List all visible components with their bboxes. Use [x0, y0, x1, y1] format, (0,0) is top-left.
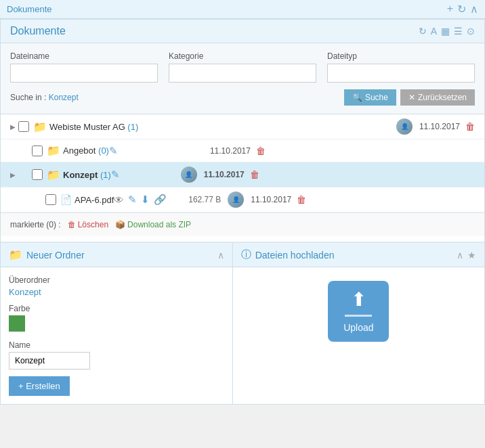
link-icon[interactable]: 🔗 — [154, 194, 167, 206]
top-bar-actions: + ↻ ∧ — [447, 3, 478, 16]
refresh-icon[interactable]: ↻ — [457, 3, 466, 16]
download-zip-button[interactable]: 📦 Download als ZIP — [115, 220, 191, 229]
kategorie-input[interactable] — [169, 64, 316, 83]
filter-row: Dateiname Kategorie Dateityp — [10, 51, 475, 83]
refresh-header-icon[interactable]: ↻ — [419, 26, 427, 37]
upload-label: Upload — [343, 322, 373, 333]
color-swatch[interactable] — [9, 315, 25, 332]
row-checkbox[interactable] — [18, 121, 29, 132]
upload-panel: ⓘ Dateien hochladen ∧ ★ ⬆ Upload — [233, 243, 484, 404]
create-button[interactable]: + Erstellen — [9, 376, 70, 396]
add-icon[interactable]: + — [447, 3, 453, 16]
upload-button[interactable]: ⬆ Upload — [328, 281, 389, 342]
reset-button[interactable]: ✕ Zurücksetzen — [400, 89, 475, 106]
avatar: 👤 — [181, 166, 197, 183]
edit-icon[interactable]: ✎ — [128, 194, 137, 206]
panel-header-left: 📁 Neuer Ordner — [9, 248, 85, 261]
new-folder-body: Überordner Konzept Farbe Name + Erstelle… — [1, 267, 232, 404]
grid-icon[interactable]: ▦ — [441, 26, 450, 37]
row-date: 11.10.2017 — [197, 170, 245, 179]
text-icon[interactable]: A — [431, 26, 437, 37]
top-bar-title: Dokumente — [7, 4, 51, 14]
zip-icon: 📦 — [115, 220, 125, 229]
name-input[interactable] — [9, 352, 90, 369]
dateiname-input[interactable] — [10, 64, 158, 83]
times-icon: ✕ — [408, 93, 415, 102]
upload-star-icon[interactable]: ★ — [467, 250, 476, 261]
new-folder-title: Neuer Ordner — [26, 250, 85, 261]
upload-title: Dateien hochladen — [255, 250, 335, 261]
new-folder-panel: 📁 Neuer Ordner ∧ Überordner Konzept Farb… — [1, 243, 233, 404]
bottom-panels: 📁 Neuer Ordner ∧ Überordner Konzept Farb… — [1, 242, 484, 404]
delete-selected-button[interactable]: 🗑 Löschen — [68, 220, 108, 229]
info-icon: ⓘ — [241, 248, 251, 261]
row-checkbox[interactable] — [32, 169, 43, 180]
expand-icon[interactable]: ▶ — [10, 123, 16, 131]
folder-icon: 📁 — [47, 144, 60, 157]
delete-icon[interactable]: 🗑 — [256, 145, 266, 156]
pdf-icon: 📄 — [60, 194, 72, 205]
new-folder-header: 📁 Neuer Ordner ∧ — [1, 243, 232, 267]
row-actions: ✎ — [111, 169, 120, 181]
dateiname-label: Dateiname — [10, 51, 158, 61]
folder-icon: 📁 — [33, 120, 47, 133]
list-icon[interactable]: ☰ — [454, 26, 463, 37]
uberordner-group: Überordner Konzept — [9, 275, 224, 297]
row-name: Webiste Muster AG (1) — [49, 122, 335, 132]
panel-header-icons: ∧ — [217, 250, 224, 261]
filter-footer: Suche in : Konzept 🔍 Suche ✕ Zurücksetze… — [10, 89, 475, 106]
collapse-icon[interactable]: ∧ — [470, 3, 478, 16]
dateityp-input[interactable] — [327, 64, 475, 83]
edit-icon[interactable]: ✎ — [109, 145, 118, 157]
delete-icon[interactable]: 🗑 — [297, 194, 306, 205]
up-icon[interactable]: ∧ — [217, 250, 224, 261]
dateityp-label: Dateityp — [327, 51, 475, 61]
download-icon[interactable]: ⬇ — [141, 194, 150, 206]
expand-icon[interactable]: ▶ — [10, 171, 16, 179]
upload-dash — [345, 315, 372, 317]
kategorie-group: Kategorie — [169, 51, 316, 83]
upload-header: ⓘ Dateien hochladen ∧ ★ — [233, 243, 484, 267]
farbe-group: Farbe — [9, 304, 224, 334]
section-header-icons: ↻ A ▦ ☰ ⊙ — [419, 26, 475, 37]
trash-icon: 🗑 — [68, 220, 76, 229]
folder-icon-header: 📁 — [9, 248, 22, 261]
row-checkbox[interactable] — [32, 145, 43, 156]
row-name: Angebot (0) — [63, 145, 109, 156]
table-row: ▶ 📁 Webiste Muster AG (1) 👤 11.10.2017 🗑 — [1, 114, 484, 139]
bulk-actions: markierte (0) : 🗑 Löschen 📦 Download als… — [1, 212, 484, 236]
name-label: Name — [9, 340, 224, 350]
upload-header-icons: ∧ ★ — [457, 250, 476, 261]
delete-icon[interactable]: 🗑 — [465, 121, 475, 132]
page-title: Dokumente — [10, 25, 66, 37]
upload-arrow-icon: ⬆ — [351, 290, 366, 309]
delete-icon[interactable]: 🗑 — [250, 169, 259, 180]
section-header: Dokumente ↻ A ▦ ☰ ⊙ — [1, 20, 484, 43]
table-row: ▶ 📁 Konzept (1) ✎ 👤 11.10.2017 🗑 — [1, 162, 484, 187]
search-in-link[interactable]: Konzept — [49, 93, 79, 102]
farbe-label: Farbe — [9, 304, 224, 313]
settings-icon[interactable]: ⊙ — [467, 26, 475, 37]
row-name: APA-6.pdf — [75, 195, 114, 205]
kategorie-label: Kategorie — [169, 51, 316, 61]
search-button[interactable]: 🔍 Suche — [344, 89, 396, 106]
row-date: 11.10.2017 — [413, 122, 460, 131]
main-container: Dokumente ↻ A ▦ ☰ ⊙ Dateiname Kategorie … — [0, 19, 485, 405]
row-checkbox[interactable] — [45, 194, 56, 205]
view-icon[interactable]: 👁 — [114, 194, 124, 206]
avatar: 👤 — [228, 192, 244, 208]
table-row: ▶ 📄 APA-6.pdf 👁 ✎ ⬇ 🔗 162.77 B 👤 11.10.2… — [1, 187, 484, 212]
upload-up-icon[interactable]: ∧ — [457, 250, 463, 261]
uberordner-link[interactable]: Konzept — [9, 287, 41, 297]
file-list: ▶ 📁 Webiste Muster AG (1) 👤 11.10.2017 🗑… — [1, 114, 484, 212]
row-date: 11.10.2017 — [244, 195, 291, 204]
row-date: 11.10.2017 — [203, 146, 251, 156]
name-group: Name — [9, 340, 224, 369]
search-icon: 🔍 — [352, 93, 362, 102]
uberordner-label: Überordner — [9, 275, 224, 285]
upload-area: ⬆ Upload — [233, 267, 484, 355]
row-size: 162.77 B — [167, 195, 221, 204]
row-actions: 👁 ✎ ⬇ 🔗 — [114, 194, 167, 206]
search-in-label: Suche in : Konzept — [10, 93, 79, 102]
edit-icon[interactable]: ✎ — [111, 169, 120, 181]
